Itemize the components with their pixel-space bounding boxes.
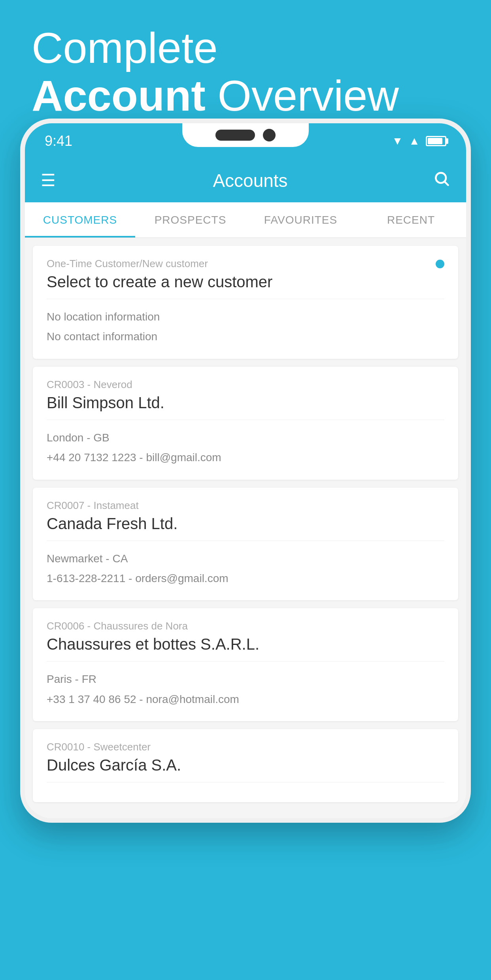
notch-pill	[215, 130, 255, 141]
card-title-dulces: Dulces García S.A.	[47, 756, 444, 782]
hero-line2-bold: Account	[32, 71, 206, 120]
status-icons	[392, 135, 446, 147]
search-icon[interactable]	[433, 170, 450, 191]
customer-card-bill[interactable]: CR0003 - Neverod Bill Simpson Ltd. Londo…	[33, 367, 458, 480]
card-title-new: Select to create a new customer	[47, 273, 444, 299]
tab-recent[interactable]: RECENT	[356, 202, 466, 237]
customer-card-canada[interactable]: CR0007 - Instameat Canada Fresh Ltd. New…	[33, 488, 458, 601]
hero-section: Complete Account Overview	[32, 24, 459, 119]
battery-icon	[426, 136, 446, 146]
card-subtitle-chaussures: CR0006 - Chaussures de Nora	[47, 620, 444, 632]
notch-camera	[263, 129, 276, 141]
menu-icon[interactable]: ☰	[41, 172, 56, 189]
tab-favourites[interactable]: FAVOURITES	[246, 202, 356, 237]
phone-frame: 9:41 ☰ Accounts	[20, 119, 471, 823]
notch	[182, 123, 309, 147]
card-title-chaussures: Chaussures et bottes S.A.R.L.	[47, 635, 444, 662]
card-info-canada: Newmarket - CA 1-613-228-2211 - orders@g…	[47, 549, 444, 589]
tab-prospects[interactable]: PROSPECTS	[135, 202, 246, 237]
card-info-bill: London - GB +44 20 7132 1223 - bill@gmai…	[47, 428, 444, 468]
new-customer-dot	[436, 260, 444, 268]
svg-line-1	[445, 182, 448, 185]
card-title-canada: Canada Fresh Ltd.	[47, 515, 444, 541]
status-time: 9:41	[45, 133, 72, 149]
card-info-new: No location information No contact infor…	[47, 307, 444, 347]
customer-card-chaussures[interactable]: CR0006 - Chaussures de Nora Chaussures e…	[33, 608, 458, 721]
signal-icon	[409, 135, 420, 147]
app-bar-title: Accounts	[68, 170, 433, 191]
customer-card-new[interactable]: One-Time Customer/New customer Select to…	[33, 246, 458, 359]
hero-line2-light: Overview	[206, 71, 399, 120]
tab-customers[interactable]: CUSTOMERS	[25, 202, 135, 237]
card-subtitle-dulces: CR0010 - Sweetcenter	[47, 741, 444, 753]
card-subtitle-bill: CR0003 - Neverod	[47, 379, 444, 391]
card-title-bill: Bill Simpson Ltd.	[47, 394, 444, 420]
app-bar: ☰ Accounts	[25, 159, 466, 202]
status-bar: 9:41	[25, 123, 466, 159]
card-subtitle-canada: CR0007 - Instameat	[47, 499, 444, 512]
hero-line2: Account Overview	[32, 72, 459, 119]
hero-line1: Complete	[32, 24, 459, 72]
tab-bar: CUSTOMERS PROSPECTS FAVOURITES RECENT	[25, 202, 466, 238]
customer-list: One-Time Customer/New customer Select to…	[25, 238, 466, 818]
customer-card-dulces[interactable]: CR0010 - Sweetcenter Dulces García S.A.	[33, 729, 458, 802]
wifi-icon	[392, 135, 403, 147]
phone-mockup: 9:41 ☰ Accounts	[20, 119, 471, 823]
battery-fill	[428, 138, 442, 144]
card-subtitle-new: One-Time Customer/New customer	[47, 258, 444, 270]
card-info-chaussures: Paris - FR +33 1 37 40 86 52 - nora@hotm…	[47, 669, 444, 709]
